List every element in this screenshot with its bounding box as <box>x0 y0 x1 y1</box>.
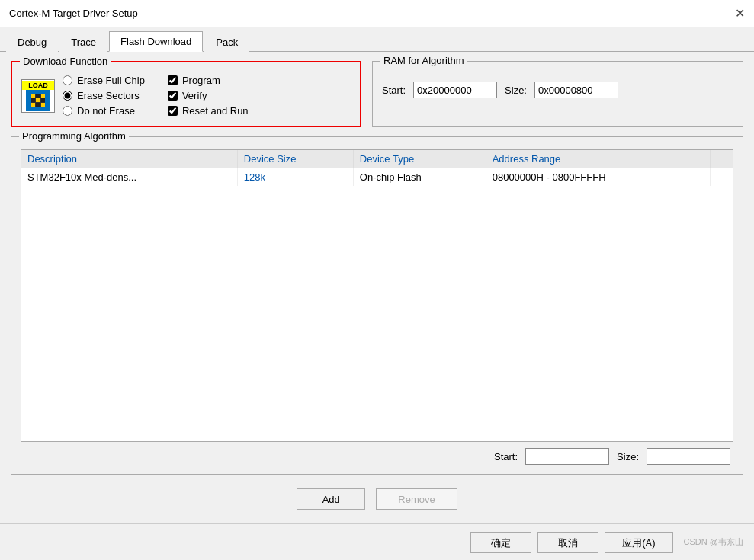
radio-erase-sectors-label: Erase Sectors <box>77 90 140 101</box>
programming-algorithm-group: Programming Algorithm Description Device… <box>11 136 743 475</box>
ram-algorithm-group: RAM for Algorithm Start: Size: <box>372 61 743 127</box>
bottom-size-input[interactable] <box>647 448 730 465</box>
window-title: Cortex-M Target Driver Setup <box>9 8 138 19</box>
radio-erase-full-label: Erase Full Chip <box>77 75 145 86</box>
radio-erase-full[interactable]: Erase Full Chip <box>63 75 145 86</box>
chip-cell-8 <box>36 103 40 107</box>
cell-description: STM32F10x Med-dens... <box>21 168 237 187</box>
col-device-size: Device Size <box>237 150 353 168</box>
footer-bar: 确定 取消 应用(A) CSDN @韦东山 <box>0 523 754 560</box>
remove-button[interactable]: Remove <box>376 488 457 510</box>
chip-cell-5 <box>36 98 40 102</box>
radio-do-not-erase[interactable]: Do not Erase <box>63 105 145 117</box>
bottom-start-input[interactable] <box>525 448 609 465</box>
chip-cell-3 <box>41 94 45 98</box>
checkbox-group: Program Verify Reset and Run <box>168 75 249 117</box>
load-icon-text: LOAD <box>22 81 54 90</box>
load-icon-body <box>26 90 50 111</box>
main-content: Download Function LOAD <box>0 52 754 523</box>
col-description: Description <box>21 150 237 168</box>
ram-fields: Start: Size: <box>382 82 733 98</box>
checkbox-reset-run-label: Reset and Run <box>182 105 249 117</box>
col-address-range: Address Range <box>486 150 710 168</box>
tab-pack[interactable]: Pack <box>204 32 249 52</box>
table-row[interactable]: STM32F10x Med-dens... 128k On-chip Flash… <box>21 168 733 187</box>
checkbox-program[interactable]: Program <box>168 75 249 86</box>
chip-cell-1 <box>31 94 35 98</box>
programming-algorithm-label: Programming Algorithm <box>19 130 129 142</box>
tab-trace[interactable]: Trace <box>59 32 107 52</box>
chip-cell-6 <box>41 98 45 102</box>
load-icon-chip <box>31 94 45 107</box>
checkbox-verify-label: Verify <box>182 90 207 101</box>
chip-cell-7 <box>31 103 35 107</box>
bottom-size-label: Size: <box>617 451 639 462</box>
close-button[interactable]: ✕ <box>735 8 745 20</box>
col-extra <box>711 150 733 168</box>
add-button[interactable]: Add <box>297 488 365 510</box>
tab-debug[interactable]: Debug <box>6 32 58 52</box>
col-device-type: Device Type <box>353 150 486 168</box>
radio-erase-sectors-input[interactable] <box>63 91 72 101</box>
download-function-label: Download Function <box>20 56 111 67</box>
cell-extra <box>711 168 733 187</box>
top-row: Download Function LOAD <box>11 61 743 127</box>
algorithm-table: Description Device Size Device Type Addr… <box>21 150 733 186</box>
cell-device-size: 128k <box>237 168 353 187</box>
bottom-start-label: Start: <box>494 451 518 462</box>
tab-bar: Debug Trace Flash Download Pack <box>0 27 754 52</box>
title-bar: Cortex-M Target Driver Setup ✕ <box>0 0 754 27</box>
load-icon: LOAD <box>21 79 55 113</box>
radio-do-not-erase-label: Do not Erase <box>77 105 135 117</box>
ok-button[interactable]: 确定 <box>470 532 531 553</box>
download-inner: LOAD <box>21 75 351 117</box>
checkbox-verify-input[interactable] <box>168 91 178 101</box>
cancel-button[interactable]: 取消 <box>537 532 598 553</box>
watermark: CSDN @韦东山 <box>684 536 743 548</box>
chip-cell-9 <box>41 103 45 107</box>
checkbox-program-label: Program <box>182 75 220 86</box>
radio-erase-sectors[interactable]: Erase Sectors <box>63 90 145 101</box>
ram-size-label: Size: <box>505 85 527 96</box>
radio-do-not-erase-input[interactable] <box>63 106 72 116</box>
ram-algorithm-label: RAM for Algorithm <box>380 55 467 66</box>
bottom-fields: Start: Size: <box>21 448 733 465</box>
download-function-group: Download Function LOAD <box>11 61 361 127</box>
tab-flash-download[interactable]: Flash Download <box>109 31 203 52</box>
ram-start-label: Start: <box>382 85 406 96</box>
ram-start-input[interactable] <box>413 82 497 98</box>
table-header-row: Description Device Size Device Type Addr… <box>21 150 733 168</box>
checkbox-reset-run[interactable]: Reset and Run <box>168 105 249 117</box>
cell-address-range: 08000000H - 0800FFFFH <box>486 168 710 187</box>
button-row: Add Remove <box>11 484 743 514</box>
checkbox-verify[interactable]: Verify <box>168 90 249 101</box>
radio-group: Erase Full Chip Erase Sectors Do not Era… <box>63 75 145 117</box>
checkbox-program-input[interactable] <box>168 75 178 85</box>
checkbox-reset-run-input[interactable] <box>168 106 178 116</box>
apply-button[interactable]: 应用(A) <box>605 532 672 553</box>
ram-size-input[interactable] <box>534 82 618 98</box>
chip-cell-2 <box>36 94 40 98</box>
prog-inner: Description Device Size Device Type Addr… <box>21 149 733 465</box>
algorithm-table-container: Description Device Size Device Type Addr… <box>21 149 733 442</box>
radio-erase-full-input[interactable] <box>63 75 72 85</box>
cell-device-type: On-chip Flash <box>353 168 486 187</box>
chip-cell-4 <box>31 98 35 102</box>
